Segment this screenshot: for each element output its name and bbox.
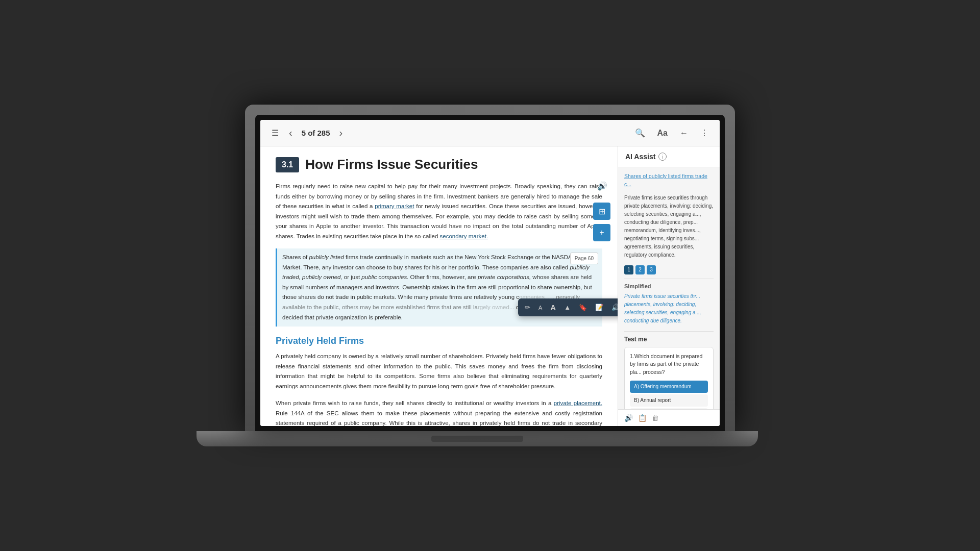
answer-label-a: A) Offering memorandum <box>634 383 692 390</box>
ai-question-text: 1.Which document is prepared by firms as… <box>630 353 708 377</box>
ai-number-tabs: 1 2 3 <box>624 265 714 274</box>
section-title: Privately Held Firms <box>276 336 602 346</box>
pen-toolbar-button[interactable]: ✏ <box>522 302 533 313</box>
test-me-label: Test me <box>624 336 714 343</box>
ai-summary-text: Private firms issue securities through p… <box>624 194 714 259</box>
answer-option-b[interactable]: B) Annual report <box>630 394 708 407</box>
ai-copy-button[interactable]: 📋 <box>638 414 647 422</box>
note-icon: 📝 <box>595 304 603 311</box>
font-small-toolbar-button[interactable]: A <box>536 303 545 313</box>
card-icon-2: + <box>599 228 604 237</box>
chapter-number: 3.1 <box>276 157 299 172</box>
back-button[interactable]: ← <box>677 126 691 141</box>
ai-panel-body: Shares of publicly listed firms trade c.… <box>618 167 720 409</box>
ai-panel-title: AI Assist <box>625 153 655 161</box>
bookmark-icon: 🔖 <box>579 304 587 311</box>
menu-button[interactable]: ☰ <box>268 125 282 141</box>
back-icon: ← <box>680 129 688 138</box>
highlight-toolbar-button[interactable]: ▲ <box>561 302 573 313</box>
copy-icon: 📋 <box>638 414 647 422</box>
ai-panel: AI Assist i Shares of publicly listed fi… <box>618 146 720 426</box>
ai-divider-1 <box>624 279 714 279</box>
answer-label-b: B) Annual report <box>634 397 671 404</box>
page-tag: Page 60 <box>570 253 598 264</box>
speaker-icon: 🔊 <box>611 304 618 311</box>
pen-icon: ✏ <box>525 304 530 311</box>
prev-icon: ‹ <box>289 127 292 139</box>
card-button-2[interactable]: + <box>593 224 610 241</box>
speaker-toolbar-button[interactable]: 🔊 <box>609 302 618 313</box>
num-tab-2[interactable]: 2 <box>635 265 645 274</box>
next-icon: › <box>339 127 343 139</box>
answer-option-a[interactable]: A) Offering memorandum <box>630 381 708 393</box>
paragraph-2: A privately held company is owned by a r… <box>276 352 602 391</box>
secondary-market-link[interactable]: secondary market. <box>440 233 488 239</box>
num-tab-3[interactable]: 3 <box>647 265 656 274</box>
audio-icon: 🔊 <box>624 414 633 422</box>
chapter-title: How Firms Issue Securities <box>305 157 478 172</box>
ai-simplified-text: Private firms issue securities thr... pl… <box>624 292 714 325</box>
ai-question-card: 1.Which document is prepared by firms as… <box>624 347 714 410</box>
trash-icon: 🗑 <box>652 414 659 422</box>
document-area: 🔊 3.1 How Firms Issue Securities ⊞ <box>260 146 618 426</box>
private-placement-link[interactable]: private placement. <box>554 400 602 406</box>
card-icon-1: ⊞ <box>599 207 605 216</box>
paragraph-3: When private firms wish to raise funds, … <box>276 398 602 426</box>
more-button[interactable]: ⋮ <box>697 125 712 141</box>
primary-market-link[interactable]: primary market <box>375 203 414 209</box>
font-large-icon: A <box>550 303 556 312</box>
ai-delete-button[interactable]: 🗑 <box>652 414 659 422</box>
page-counter: 5 of 285 <box>302 129 330 137</box>
bookmark-toolbar-button[interactable]: 🔖 <box>576 302 590 313</box>
font-icon: Aa <box>657 129 668 138</box>
simplified-label: Simplified <box>624 283 714 289</box>
paragraph-1: Firms regularly need to raise new capita… <box>276 182 602 241</box>
menu-icon: ☰ <box>272 128 279 138</box>
ai-highlight-link[interactable]: Shares of publicly listed firms trade c.… <box>624 172 714 189</box>
more-icon: ⋮ <box>700 128 708 138</box>
card-button-1[interactable]: ⊞ <box>593 203 610 220</box>
top-navigation-bar: ☰ ‹ 5 of 285 › 🔍 <box>260 120 720 146</box>
chapter-header: 3.1 How Firms Issue Securities <box>276 157 602 172</box>
font-button[interactable]: Aa <box>654 126 671 141</box>
font-large-toolbar-button[interactable]: A <box>548 301 558 314</box>
num-tab-1[interactable]: 1 <box>624 265 633 274</box>
search-button[interactable]: 🔍 <box>632 125 648 141</box>
laptop-base <box>197 431 758 446</box>
prev-page-button[interactable]: ‹ <box>286 124 296 142</box>
next-page-button[interactable]: › <box>336 124 346 142</box>
laptop-trackpad <box>431 436 523 442</box>
ai-audio-button[interactable]: 🔊 <box>624 414 633 422</box>
search-icon: 🔍 <box>635 128 645 138</box>
ai-panel-footer: 🔊 📋 🗑 <box>618 409 720 426</box>
ai-divider-2 <box>624 331 714 332</box>
ai-info-icon[interactable]: i <box>658 153 667 161</box>
floating-toolbar: ✏ A A ▲ <box>518 298 618 316</box>
volume-icon[interactable]: 🔊 <box>597 181 607 191</box>
font-small-icon: A <box>538 305 542 311</box>
ai-panel-header: AI Assist i <box>618 146 720 167</box>
highlight-icon: ▲ <box>564 304 571 311</box>
note-toolbar-button[interactable]: 📝 <box>593 302 606 313</box>
